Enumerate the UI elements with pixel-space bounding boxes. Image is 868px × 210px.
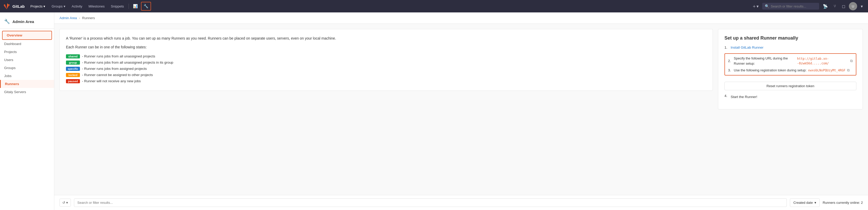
step-2-prefix: Specify the following URL during the Run… — [734, 56, 796, 66]
search-icon: 🔍 — [765, 4, 769, 8]
app-body: 🔧 Admin Area Overview Dashboard Projects… — [0, 12, 868, 210]
breadcrumb-current: Runners — [82, 16, 95, 20]
reset-token-button[interactable]: Reset runners registration token — [724, 82, 856, 90]
badge-locked: locked — [66, 73, 80, 77]
plus-menu-btn[interactable]: ＋ ▾ — [750, 2, 761, 11]
runner-state-shared: shared - Runner runs jobs from all unass… — [66, 53, 706, 59]
nav-activity[interactable]: Activity — [69, 3, 85, 10]
badge-shared: shared — [66, 54, 80, 58]
chevron-down-icon: ▾ — [43, 4, 45, 8]
runner-state-group: group - Runner runs jobs from all unassi… — [66, 59, 706, 66]
step-4-num: 4. — [724, 93, 728, 98]
sidebar-item-jobs[interactable]: Jobs — [0, 72, 54, 80]
badge-specific: specific — [66, 67, 80, 71]
step-2-num: 2. — [728, 58, 732, 64]
setup-step-2-3: 2. Specify the following URL during the … — [724, 53, 856, 90]
sidebar-item-groups[interactable]: Groups — [0, 64, 54, 72]
reset-icon: ↺ — [62, 201, 65, 205]
sidebar-item-users-label: Users — [4, 58, 13, 62]
nav-groups-label: Groups — [52, 4, 63, 8]
nav-milestones-label: Milestones — [89, 4, 104, 8]
wrench-icon: 🔧 — [4, 19, 10, 24]
nav-activity-label: Activity — [72, 4, 82, 8]
nav-projects[interactable]: Projects ▾ — [28, 3, 48, 10]
copy-token-icon[interactable]: ⧉ — [847, 67, 850, 73]
sidebar-admin-header: 🔧 Admin Area — [0, 17, 54, 29]
setup-panel: Set up a shared Runner manually 1. Insta… — [718, 29, 863, 110]
sidebar-item-projects-label: Projects — [4, 50, 17, 54]
badge-paused: paused — [66, 79, 80, 83]
filter-reset-button[interactable]: ↺ ▾ — [60, 199, 71, 207]
breadcrumb: Admin Area › Runners — [54, 12, 868, 24]
runner-states-list: shared - Runner runs jobs from all unass… — [66, 53, 706, 84]
plus-icon: ＋ — [752, 3, 756, 9]
sidebar-item-overview[interactable]: Overview — [2, 31, 52, 40]
breadcrumb-admin-link[interactable]: Admin Area — [60, 16, 77, 20]
setup-step-1: 1. Install GitLab Runner — [724, 45, 856, 50]
nav-projects-label: Projects — [31, 4, 43, 8]
nav-milestones[interactable]: Milestones — [86, 3, 107, 10]
filter-input[interactable] — [74, 198, 787, 207]
runner-description-2: Each Runner can be in one of the followi… — [66, 44, 706, 50]
wrench-icon-btn[interactable]: 🔧 — [141, 2, 151, 10]
search-input[interactable] — [771, 4, 816, 8]
user-avatar-btn[interactable]: U — [849, 2, 857, 10]
runner-state-specific-text: - Runner runs jobs from assigned project… — [82, 67, 147, 70]
broadcast-icon-btn[interactable]: 📡 — [821, 2, 830, 10]
runners-online-count: Runners currently online: 2 — [823, 201, 863, 205]
nav-divider-1 — [128, 4, 129, 9]
install-runner-link[interactable]: Install GitLab Runner — [731, 45, 764, 50]
setup-title: Set up a shared Runner manually — [724, 35, 856, 41]
stats-icon-btn[interactable]: 📊 — [131, 2, 140, 10]
breadcrumb-separator: › — [79, 16, 80, 20]
runner-state-locked-text: - Runner cannot be assigned to other pro… — [82, 73, 153, 77]
runner-state-shared-text: - Runner runs jobs from all unassigned p… — [82, 54, 155, 58]
sidebar-item-groups-label: Groups — [4, 66, 16, 70]
url-highlight-box: 2. Specify the following URL during the … — [724, 53, 856, 76]
main-content: Admin Area › Runners A 'Runner' is a pro… — [54, 12, 868, 210]
chevron-down-icon: ▾ — [756, 4, 758, 9]
setup-box: Set up a shared Runner manually 1. Insta… — [718, 29, 863, 110]
runner-state-group-text: - Runner runs jobs from all unassigned p… — [82, 61, 173, 64]
topnav-right-area: ＋ ▾ 🔍 📡 ⑂ ◻ U ▾ — [750, 2, 865, 11]
badge-group: group — [66, 61, 80, 65]
runner-state-locked: locked - Runner cannot be assigned to ot… — [66, 72, 706, 78]
sidebar: 🔧 Admin Area Overview Dashboard Projects… — [0, 12, 54, 210]
runner-state-paused: paused - Runner will not receive any new… — [66, 78, 706, 84]
step-4-text: Start the Runner! — [731, 94, 757, 99]
nav-snippets[interactable]: Snippets — [108, 3, 126, 10]
runner-state-specific: specific - Runner runs jobs from assigne… — [66, 66, 706, 72]
copy-url-icon[interactable]: ⧉ — [850, 58, 853, 64]
runner-url: http://gitlab.xn--0zwm56d.....com/ — [797, 56, 848, 66]
search-box[interactable]: 🔍 — [762, 3, 819, 9]
user-chevron-btn[interactable]: ▾ — [859, 2, 865, 10]
setup-steps: 1. Install GitLab Runner 2. Specify the … — [724, 45, 856, 100]
gitlab-logo-icon — [3, 3, 10, 10]
sidebar-item-gitaly-label: Gitaly Servers — [4, 90, 26, 94]
chevron-down-icon: ▾ — [64, 4, 65, 8]
registration-token: xwxobLNoPQUzyMt_4RGF — [808, 68, 845, 73]
sidebar-item-users[interactable]: Users — [0, 56, 54, 64]
token-row: 3. Use the following registration token … — [728, 67, 853, 73]
sidebar-item-runners[interactable]: Runners — [0, 80, 54, 88]
url-row: 2. Specify the following URL during the … — [728, 56, 853, 66]
sort-button[interactable]: Created date ▾ — [790, 198, 819, 207]
step-1-num: 1. — [724, 45, 728, 50]
step-3-num: 3. — [728, 68, 732, 73]
sidebar-item-runners-label: Runners — [5, 82, 19, 86]
sidebar-item-dashboard-label: Dashboard — [4, 42, 21, 46]
nav-snippets-label: Snippets — [111, 4, 124, 8]
runner-description-1: A 'Runner' is a process which runs a job… — [66, 35, 706, 41]
chevron-down-icon: ▾ — [66, 201, 68, 205]
merge-request-icon-btn[interactable]: ⑂ — [832, 2, 838, 10]
nav-groups[interactable]: Groups ▾ — [49, 3, 68, 10]
issues-icon-btn[interactable]: ◻ — [840, 2, 847, 10]
sidebar-item-gitaly[interactable]: Gitaly Servers — [0, 88, 54, 96]
sidebar-item-overview-label: Overview — [7, 33, 22, 37]
sidebar-admin-label: Admin Area — [12, 20, 34, 24]
brand-logo-area[interactable]: GitLab — [3, 3, 25, 10]
runner-state-paused-text: - Runner will not receive any new jobs — [82, 79, 141, 83]
sidebar-item-dashboard[interactable]: Dashboard — [0, 40, 54, 48]
content-area: A 'Runner' is a process which runs a job… — [54, 24, 868, 115]
sidebar-item-projects[interactable]: Projects — [0, 48, 54, 56]
